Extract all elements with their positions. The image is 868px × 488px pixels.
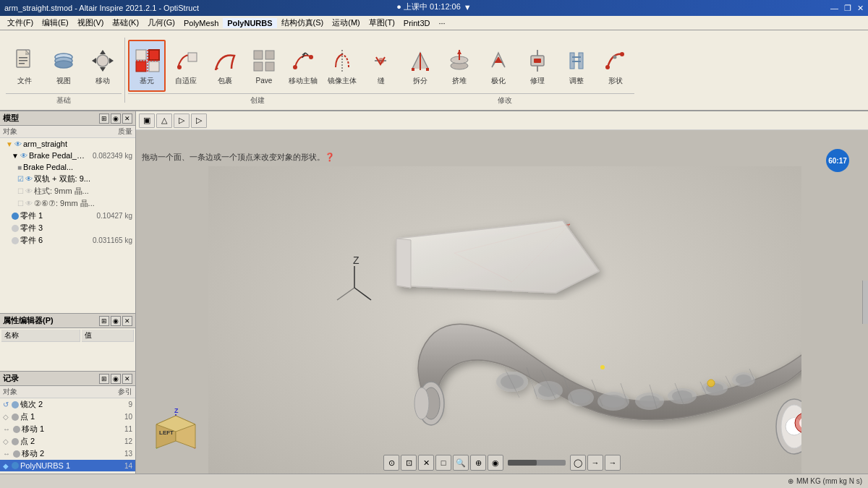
sub-btn-arrow-right2[interactable]: ▷ (191, 114, 207, 128)
tree-item-part1[interactable]: 零件 1 0.10427 kg (0, 210, 135, 222)
tool-shape[interactable]: 形状 (597, 40, 634, 92)
menu-print3d[interactable]: Print3D (399, 18, 435, 28)
split-icon (406, 46, 435, 75)
tree-item-brake[interactable]: ▼ 👁 Brake Pedal_BODY-4... 0.082349 kg (0, 150, 135, 161)
eye-icon: 👁 (14, 140, 22, 148)
tool-layers[interactable]: 视图 (45, 40, 82, 92)
tool-layers-label: 视图 (56, 77, 71, 85)
tree-item-brake-sub2[interactable]: ☑ 👁 双轨 + 双筋: 9... (0, 173, 135, 185)
minimize-button[interactable]: — (830, 4, 838, 13)
btn-remove[interactable]: ✕ (418, 455, 434, 471)
polynurbs1-dot (12, 462, 19, 469)
maximize-button[interactable]: ❐ (844, 4, 851, 13)
menu-edit[interactable]: 编辑(E) (38, 17, 73, 29)
btn-grid[interactable]: ⊡ (401, 455, 417, 471)
tool-repair[interactable]: 修理 (519, 40, 556, 92)
props-close-btn[interactable]: ✕ (122, 316, 132, 326)
tree-close-btn[interactable]: ✕ (122, 114, 132, 124)
folder-expand-icon: ▼ (6, 140, 13, 148)
tree-item-brake-sub1[interactable]: ■ Brake Pedal... (0, 161, 135, 173)
tool-mirror-label: 镜像主体 (328, 77, 357, 85)
part3-color (12, 225, 19, 232)
tool-baseprim[interactable]: 基元 (128, 40, 166, 92)
tree-item-arm[interactable]: ▼ 👁 arm_straight (0, 138, 135, 150)
tree-item-part6[interactable]: 零件 6 0.031165 kg (0, 234, 135, 247)
btn-camera[interactable]: ⊙ (383, 455, 399, 471)
props-search-btn[interactable]: ⊞ (99, 316, 109, 326)
svg-point-45 (620, 52, 624, 56)
history-move1[interactable]: ↔ 移动 1 11 (0, 423, 135, 435)
tool-extrude[interactable]: 挤堆 (441, 40, 478, 92)
menu-polymesh[interactable]: PolyMesh (179, 18, 223, 28)
menu-sketch[interactable]: 草图(T) (365, 17, 399, 29)
history-search-btn[interactable]: ⊞ (99, 374, 109, 384)
svg-point-86 (707, 380, 715, 387)
history-move2[interactable]: ↔ 移动 2 13 (0, 448, 135, 460)
tool-autopos-label: 自适应 (175, 77, 197, 85)
nav-cube[interactable]: Z LEFT (150, 408, 201, 459)
menu-motion[interactable]: 运动(M) (328, 17, 365, 29)
tree-item-brake-sub3[interactable]: ☐ 👁 柱式: 9mm 晶... (0, 185, 135, 197)
btn-zoom[interactable]: 🔍 (453, 455, 469, 471)
tree-item-part3[interactable]: 零件 3 (0, 222, 135, 234)
btn-last[interactable]: → (605, 455, 621, 471)
svg-point-60 (571, 392, 590, 403)
menu-view[interactable]: 视图(V) (73, 17, 109, 29)
tool-move-spine[interactable]: 移动主轴 (284, 40, 322, 92)
btn-record[interactable]: ◉ (488, 455, 503, 471)
menu-file[interactable]: 文件(F) (3, 17, 38, 29)
history-polynurbs1[interactable]: ◆ PolyNURBS 1 14 (0, 460, 135, 471)
menu-polynurbs[interactable]: PolyNURBS (223, 18, 276, 28)
tree-item-brake-sub4[interactable]: ☐ 👁 ②⑥⑦: 9mm 晶... (0, 197, 135, 210)
svg-point-24 (293, 65, 297, 69)
svg-point-58 (538, 384, 558, 397)
menu-base[interactable]: 基础(K) (108, 17, 143, 29)
svg-rect-37 (534, 59, 541, 63)
history-point1[interactable]: ◇ 点 1 10 (0, 411, 135, 423)
props-filter-btn[interactable]: ◉ (111, 316, 121, 326)
right-scroll[interactable] (862, 281, 868, 324)
btn-photo[interactable]: ◯ (570, 455, 586, 471)
svg-rect-13 (149, 61, 159, 72)
tool-stitch-label: 缝 (378, 77, 385, 85)
tree-search-btn[interactable]: ⊞ (99, 114, 109, 124)
history-title: 记录 (3, 373, 19, 384)
history-close-btn[interactable]: ✕ (122, 374, 132, 384)
svg-marker-11 (109, 58, 114, 64)
menu-struct[interactable]: 结构仿真(S) (277, 17, 328, 29)
history-header: 记录 ⊞ ◉ ✕ (0, 372, 135, 386)
sub-btn-select-rect[interactable]: ▣ (139, 114, 155, 128)
toolbar-group-base: 文件 视图 (6, 40, 122, 107)
history-point2[interactable]: ◇ 点 2 12 (0, 435, 135, 448)
sub-btn-select-tri[interactable]: △ (156, 114, 172, 128)
close-button[interactable]: ✕ (857, 4, 864, 13)
tool-bridge[interactable]: 调整 (558, 40, 595, 92)
tree-item-arm-name: arm_straight (23, 140, 132, 148)
sub-btn-arrow-right[interactable]: ▷ (174, 114, 190, 128)
tool-repair-label: 修理 (530, 77, 545, 85)
viewport-inner[interactable]: 拖动一个面、一条边或一个顶点来改变对象的形状。❓ 60:17 (136, 130, 868, 474)
btn-add[interactable]: ⊕ (470, 455, 486, 471)
tool-split[interactable]: 拆分 (401, 40, 439, 92)
tool-pave[interactable]: Pave (245, 40, 283, 92)
tool-wrap[interactable]: 包裹 (206, 40, 244, 92)
tool-stitch[interactable]: 缝 (362, 40, 400, 92)
dropdown-icon[interactable]: ▼ (464, 3, 472, 12)
menu-more[interactable]: ··· (435, 18, 450, 28)
tool-simplify[interactable]: 极化 (480, 40, 517, 92)
btn-box[interactable]: □ (435, 455, 451, 471)
menu-geometry[interactable]: 几何(G) (143, 17, 179, 29)
tool-move[interactable]: 移动 (84, 40, 122, 92)
tree-filter-btn[interactable]: ◉ (111, 114, 121, 124)
top-right-btn[interactable]: 60:17 (826, 149, 849, 172)
history-redo2[interactable]: ↺ 镜次 2 9 (0, 398, 135, 411)
tool-autopos[interactable]: 自适应 (167, 40, 205, 92)
btn-next[interactable]: → (587, 455, 603, 471)
sub3-check: ☐ (17, 187, 24, 195)
tool-file[interactable]: 文件 (6, 40, 43, 92)
tool-mirror[interactable]: 镜像主体 (323, 40, 361, 92)
svg-point-6 (55, 61, 72, 68)
history-filter-btn[interactable]: ◉ (111, 374, 121, 384)
svg-point-7 (97, 55, 109, 67)
svg-point-64 (639, 395, 660, 407)
